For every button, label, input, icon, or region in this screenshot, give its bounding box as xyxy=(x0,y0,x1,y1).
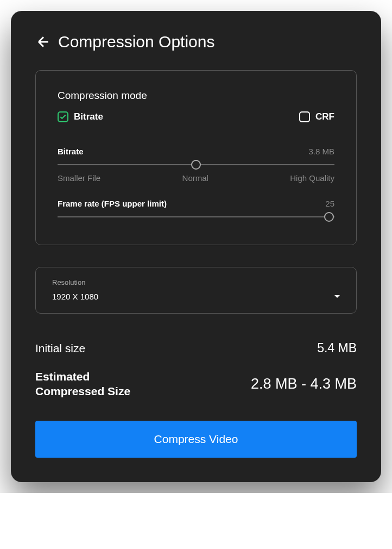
compression-options-panel: Compression Options Compression mode Bit… xyxy=(11,11,381,482)
back-arrow-icon[interactable] xyxy=(35,34,52,50)
framerate-slider-track[interactable] xyxy=(58,216,334,217)
estimated-size-label-1: Estimated xyxy=(35,369,130,384)
checkbox-unchecked-icon xyxy=(299,111,310,122)
estimated-size-value: 2.8 MB - 4.3 MB xyxy=(251,376,357,392)
resolution-dropdown[interactable]: 1920 X 1080 xyxy=(52,292,340,301)
initial-size-value: 5.4 MB xyxy=(317,341,357,355)
crf-radio-label: CRF xyxy=(315,111,334,122)
framerate-slider-label: Frame rate (FPS upper limit) xyxy=(58,199,167,208)
checkbox-checked-icon xyxy=(58,111,68,122)
bitrate-slider-label: Bitrate xyxy=(58,147,84,156)
estimated-size-row: Estimated Compressed Size 2.8 MB - 4.3 M… xyxy=(35,369,357,399)
bitrate-slider-track[interactable] xyxy=(58,164,334,165)
estimated-size-label-2: Compressed Size xyxy=(35,384,130,398)
chevron-down-icon xyxy=(334,295,340,298)
resolution-label: Resolution xyxy=(52,278,340,286)
bitrate-slider-center-label: Normal xyxy=(182,173,208,183)
bitrate-slider-thumb[interactable] xyxy=(191,160,201,170)
bitrate-radio-label: Bitrate xyxy=(74,111,103,122)
compression-mode-label: Compression mode xyxy=(58,90,334,102)
compression-mode-card: Compression mode Bitrate CRF xyxy=(35,70,357,245)
bitrate-slider-value: 3.8 MB xyxy=(308,147,334,156)
framerate-slider-thumb[interactable] xyxy=(324,212,334,222)
bitrate-radio[interactable]: Bitrate xyxy=(58,111,103,122)
framerate-slider-section: Frame rate (FPS upper limit) 25 xyxy=(58,199,334,217)
header: Compression Options xyxy=(35,33,357,51)
resolution-value: 1920 X 1080 xyxy=(52,292,98,301)
crf-radio[interactable]: CRF xyxy=(299,111,334,122)
initial-size-label: Initial size xyxy=(35,342,85,355)
compress-video-button[interactable]: Compress Video xyxy=(35,421,357,458)
mode-radio-group: Bitrate CRF xyxy=(58,111,334,122)
bitrate-slider-left-label: Smaller File xyxy=(58,173,100,183)
page-title: Compression Options xyxy=(58,33,214,51)
bitrate-slider-right-label: High Quality xyxy=(290,173,334,183)
framerate-slider-value: 25 xyxy=(325,199,334,208)
initial-size-row: Initial size 5.4 MB xyxy=(35,341,357,355)
bitrate-slider-section: Bitrate 3.8 MB Smaller File Normal High … xyxy=(58,147,334,183)
resolution-card: Resolution 1920 X 1080 xyxy=(35,267,357,314)
